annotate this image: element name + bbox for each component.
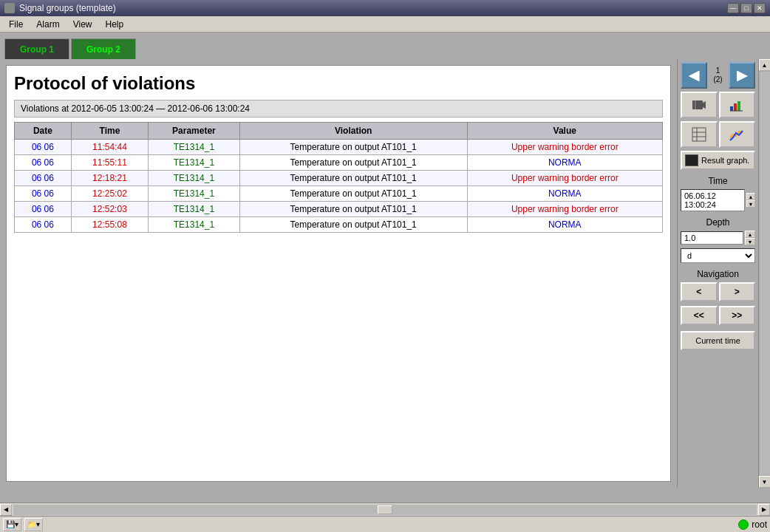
cell-date: 06 06 — [15, 217, 72, 233]
cell-violation: Temperature on output AT101_1 — [239, 171, 467, 186]
h-scroll-right-button[interactable]: ▶ — [758, 504, 770, 516]
svg-rect-4 — [734, 103, 737, 111]
depth-up-button[interactable]: ▲ — [745, 231, 755, 238]
cell-value: Upper warning border error — [467, 140, 662, 155]
table-row: 06 06 11:54:44 TE1314_1 Temperature on o… — [15, 140, 663, 155]
svg-rect-5 — [737, 101, 740, 111]
table-icon — [692, 127, 706, 142]
folder-button[interactable]: 📁▾ — [24, 518, 43, 531]
cell-time: 12:52:03 — [71, 202, 148, 217]
svg-marker-1 — [703, 101, 706, 109]
nav-next-fast-button[interactable]: >> — [719, 306, 756, 325]
minimize-button[interactable]: — — [727, 3, 739, 13]
cell-violation: Temperature on output AT101_1 — [239, 155, 467, 171]
svg-rect-7 — [692, 128, 706, 141]
depth-down-button[interactable]: ▼ — [745, 238, 755, 245]
cell-param: TE1314_1 — [149, 186, 240, 202]
save-button[interactable]: 💾▾ — [3, 518, 21, 531]
depth-label: Depth — [681, 217, 755, 228]
depth-spinner: ▲ ▼ — [745, 231, 755, 245]
video-icon — [692, 98, 706, 112]
cell-value: NORMA — [467, 186, 662, 202]
right-scrollbar: ▲ ▼ — [758, 59, 770, 488]
cell-time: 12:18:21 — [71, 171, 148, 186]
time-row: 06.06.12 13:00:24 ▲ ▼ — [681, 189, 755, 211]
trend-icon-button[interactable] — [719, 121, 756, 148]
col-value: Value — [467, 123, 662, 140]
cell-time: 11:55:11 — [71, 155, 148, 171]
menu-bar: File Alarm View Help — [0, 16, 770, 33]
result-graph-button[interactable]: Result graph. — [681, 151, 755, 170]
time-up-button[interactable]: ▲ — [746, 193, 755, 200]
col-parameter: Parameter — [149, 123, 240, 140]
video-icon-button[interactable] — [681, 92, 718, 118]
cell-time: 12:55:08 — [71, 217, 148, 233]
cell-date: 06 06 — [15, 140, 72, 155]
table-row: 06 06 12:55:08 TE1314_1 Temperature on o… — [15, 217, 663, 233]
cell-date: 06 06 — [15, 155, 72, 171]
horizontal-scrollbar: ◀ ▶ — [0, 502, 770, 516]
menu-alarm[interactable]: Alarm — [30, 18, 65, 31]
depth-input[interactable] — [681, 231, 743, 245]
scroll-up-button[interactable]: ▲ — [759, 59, 771, 71]
cell-date: 06 06 — [15, 171, 72, 186]
cell-date: 06 06 — [15, 202, 72, 217]
menu-view[interactable]: View — [67, 18, 98, 31]
result-graph-icon — [685, 154, 698, 166]
cell-violation: Temperature on output AT101_1 — [239, 202, 467, 217]
cell-value: Upper warning border error — [467, 202, 662, 217]
table-icon-button[interactable] — [681, 121, 718, 148]
window-controls[interactable]: — □ ✕ — [727, 3, 766, 13]
result-graph-label: Result graph. — [701, 156, 749, 165]
close-button[interactable]: ✕ — [754, 3, 766, 13]
time-down-button[interactable]: ▼ — [746, 200, 755, 208]
h-scroll-left-button[interactable]: ◀ — [0, 504, 12, 516]
menu-help[interactable]: Help — [99, 18, 129, 31]
right-panel: ◀ 1(2) ▶ — [677, 59, 758, 488]
cell-time: 11:54:44 — [71, 140, 148, 155]
cell-time: 12:25:02 — [71, 186, 148, 202]
title-bar: Signal groups (template) — □ ✕ — [0, 0, 770, 16]
cell-param: TE1314_1 — [149, 140, 240, 155]
scroll-down-button[interactable]: ▼ — [759, 476, 771, 488]
depth-unit-select[interactable]: d h m s — [681, 248, 755, 263]
tab-group2[interactable]: Group 2 — [71, 38, 136, 59]
time-value: 06.06.12 13:00:24 — [684, 191, 741, 209]
prev-page-button[interactable]: ◀ — [681, 62, 707, 89]
col-date: Date — [15, 123, 72, 140]
icon-row-2 — [681, 121, 755, 148]
protocol-title: Protocol of violations — [14, 73, 663, 94]
chart-icon — [729, 98, 744, 112]
icon-row-1 — [681, 92, 755, 118]
maximize-button[interactable]: □ — [740, 3, 752, 13]
nav-prev-fast-button[interactable]: << — [681, 306, 718, 325]
page-indicator: 1(2) — [713, 66, 722, 84]
tab-bar: Group 1 Group 2 — [0, 33, 770, 59]
depth-unit-row: d h m s — [681, 248, 755, 263]
col-violation: Violation — [239, 123, 467, 140]
next-page-button[interactable]: ▶ — [729, 62, 755, 89]
svg-rect-3 — [730, 106, 733, 111]
status-indicator — [738, 519, 749, 530]
cell-param: TE1314_1 — [149, 171, 240, 186]
time-spinner: ▲ ▼ — [746, 193, 755, 208]
nav-prev-button[interactable]: < — [681, 282, 718, 301]
window-title: Signal groups (template) — [19, 3, 723, 13]
h-scroll-thumb[interactable] — [378, 505, 392, 514]
time-input[interactable]: 06.06.12 13:00:24 — [681, 189, 745, 211]
scroll-track — [760, 72, 770, 475]
protocol-panel: Protocol of violations Violations at 201… — [6, 65, 671, 482]
top-navigation: ◀ 1(2) ▶ — [681, 62, 755, 89]
current-time-button[interactable]: Current time — [681, 331, 755, 350]
status-bar: 💾▾ 📁▾ root — [0, 516, 770, 532]
svg-rect-0 — [692, 100, 703, 109]
violations-header: Violations at 2012-06-05 13:00:24 — 2012… — [14, 100, 663, 117]
violations-table: Date Time Parameter Violation Value 06 0… — [14, 122, 663, 233]
cell-value: NORMA — [467, 155, 662, 171]
nav-next-button[interactable]: > — [719, 282, 756, 301]
navigation-label: Navigation — [681, 269, 755, 279]
chart-icon-button[interactable] — [719, 92, 756, 118]
tab-group1[interactable]: Group 1 — [4, 38, 69, 59]
menu-file[interactable]: File — [3, 18, 29, 31]
cell-value: Upper warning border error — [467, 171, 662, 186]
